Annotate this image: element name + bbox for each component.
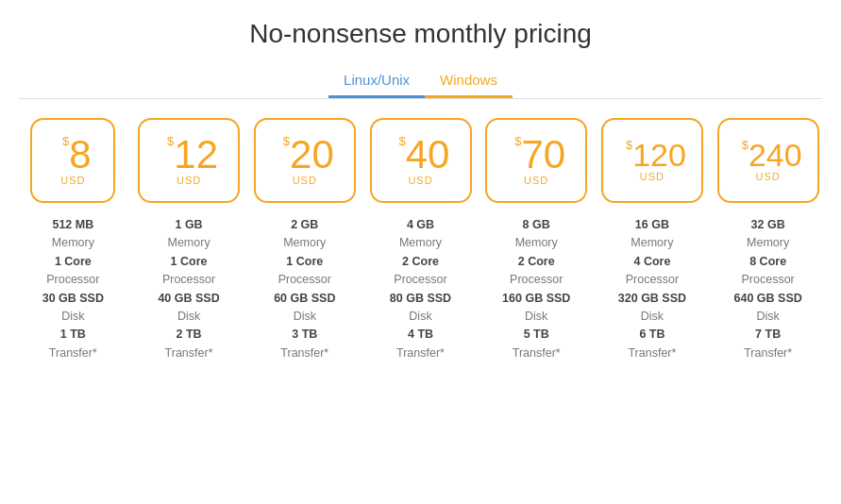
memory-amount-1: 1 GB <box>175 218 202 231</box>
core-label-0: Processor <box>46 273 99 286</box>
dollar-sign-4: $ <box>514 135 521 147</box>
transfer-label-4: Transfer* <box>513 346 561 360</box>
core-label-5: Processor <box>626 273 679 286</box>
plan-col-0: $ 8 USD 512 MB Memory 1 Core Processor 3… <box>19 118 127 362</box>
price-amount-2: 20 <box>290 135 334 175</box>
price-amount-3: 40 <box>406 135 450 175</box>
plan-details-3: 4 GB Memory 2 Core Processor 80 GB SSD D… <box>390 216 451 362</box>
currency-6: USD <box>756 171 781 182</box>
currency-1: USD <box>177 175 201 186</box>
disk-label-4: Disk <box>525 310 547 323</box>
currency-3: USD <box>408 175 432 186</box>
core-label-4: Processor <box>510 273 563 286</box>
core-amount-6: 8 Core <box>749 255 786 268</box>
price-amount-0: 8 <box>69 135 91 175</box>
price-amount-1: 12 <box>174 135 218 175</box>
price-amount-5: 120 <box>632 139 686 171</box>
transfer-amount-6: 7 TB <box>755 328 781 341</box>
currency-5: USD <box>640 171 664 182</box>
core-amount-4: 2 Core <box>518 255 555 268</box>
plan-col-3: $ 40 USD 4 GB Memory 2 Core Processor 80… <box>366 118 475 362</box>
price-box-5[interactable]: $ 120 USD <box>601 118 703 203</box>
core-label-2: Processor <box>278 273 331 286</box>
plan-details-0: 512 MB Memory 1 Core Processor 30 GB SSD… <box>42 216 104 362</box>
tabs-container: Linux/Unix Windows <box>19 64 822 98</box>
transfer-amount-3: 4 TB <box>408 328 433 341</box>
transfer-label-2: Transfer* <box>280 346 328 360</box>
transfer-amount-5: 6 TB <box>639 328 664 341</box>
memory-label-0: Memory <box>52 236 94 249</box>
core-amount-3: 2 Core <box>402 255 439 268</box>
disk-amount-4: 160 GB SSD <box>502 292 570 305</box>
price-box-0[interactable]: $ 8 USD <box>30 118 115 203</box>
dollar-sign-6: $ <box>742 139 748 151</box>
transfer-label-0: Transfer* <box>49 346 97 360</box>
memory-label-3: Memory <box>399 236 442 249</box>
plan-col-1: $ 12 USD 1 GB Memory 1 Core Processor 40… <box>135 118 244 362</box>
tab-divider <box>19 98 822 99</box>
plan-details-4: 8 GB Memory 2 Core Processor 160 GB SSD … <box>502 216 570 362</box>
disk-label-3: Disk <box>409 310 431 323</box>
plan-details-2: 2 GB Memory 1 Core Processor 60 GB SSD D… <box>274 216 335 362</box>
memory-label-2: Memory <box>283 236 326 249</box>
disk-amount-5: 320 GB SSD <box>618 292 686 305</box>
core-label-1: Processor <box>162 273 215 286</box>
transfer-amount-4: 5 TB <box>524 328 549 341</box>
core-label-6: Processor <box>742 273 795 286</box>
disk-amount-6: 640 GB SSD <box>734 292 802 305</box>
memory-amount-2: 2 GB <box>291 218 318 231</box>
page-container: No-nonsense monthly pricing Linux/Unix W… <box>0 0 841 391</box>
core-amount-1: 1 Core <box>171 255 208 268</box>
transfer-label-3: Transfer* <box>396 346 445 360</box>
currency-2: USD <box>293 175 317 186</box>
price-box-3[interactable]: $ 40 USD <box>370 118 472 203</box>
memory-amount-5: 16 GB <box>635 218 669 231</box>
memory-label-1: Memory <box>167 236 210 249</box>
transfer-amount-1: 2 TB <box>177 328 202 341</box>
tab-linux[interactable]: Linux/Unix <box>328 64 425 98</box>
currency-4: USD <box>524 175 548 186</box>
memory-amount-6: 32 GB <box>751 218 785 231</box>
dollar-sign-0: $ <box>62 135 69 147</box>
dollar-sign-5: $ <box>626 139 632 151</box>
price-amount-4: 70 <box>521 135 565 175</box>
plan-details-1: 1 GB Memory 1 Core Processor 40 GB SSD D… <box>158 216 219 362</box>
disk-label-5: Disk <box>641 310 664 323</box>
transfer-amount-2: 3 TB <box>292 328 317 341</box>
price-box-4[interactable]: $ 70 USD <box>485 118 587 203</box>
transfer-label-6: Transfer* <box>744 346 792 360</box>
disk-amount-2: 60 GB SSD <box>274 292 335 305</box>
dollar-sign-3: $ <box>399 135 406 147</box>
plan-details-5: 16 GB Memory 4 Core Processor 320 GB SSD… <box>618 216 686 362</box>
transfer-amount-0: 1 TB <box>60 328 86 341</box>
dollar-sign-2: $ <box>283 135 290 147</box>
tab-windows[interactable]: Windows <box>425 64 513 98</box>
disk-amount-1: 40 GB SSD <box>158 292 219 305</box>
plans-container: $ 8 USD 512 MB Memory 1 Core Processor 3… <box>19 118 822 362</box>
disk-label-1: Disk <box>177 310 200 323</box>
memory-label-6: Memory <box>747 236 789 249</box>
memory-amount-0: 512 MB <box>52 218 93 231</box>
transfer-label-1: Transfer* <box>165 346 213 360</box>
plan-col-6: $ 240 USD 32 GB Memory 8 Core Processor … <box>714 118 822 362</box>
disk-amount-0: 30 GB SSD <box>42 292 104 305</box>
price-amount-6: 240 <box>748 139 802 171</box>
disk-label-6: Disk <box>756 310 779 323</box>
price-box-2[interactable]: $ 20 USD <box>254 118 356 203</box>
price-box-1[interactable]: $ 12 USD <box>138 118 240 203</box>
memory-amount-4: 8 GB <box>523 218 550 231</box>
core-amount-5: 4 Core <box>633 255 670 268</box>
core-amount-0: 1 Core <box>55 255 92 268</box>
core-amount-2: 1 Core <box>286 255 323 268</box>
price-box-6[interactable]: $ 240 USD <box>717 118 819 203</box>
core-label-3: Processor <box>394 273 446 286</box>
plan-details-6: 32 GB Memory 8 Core Processor 640 GB SSD… <box>734 216 802 362</box>
plan-col-5: $ 120 USD 16 GB Memory 4 Core Processor … <box>598 118 707 362</box>
memory-label-4: Memory <box>515 236 558 249</box>
disk-label-0: Disk <box>61 310 84 323</box>
dollar-sign-1: $ <box>167 135 174 147</box>
currency-0: USD <box>60 175 85 186</box>
memory-amount-3: 4 GB <box>407 218 434 231</box>
transfer-label-5: Transfer* <box>628 346 676 360</box>
disk-amount-3: 80 GB SSD <box>390 292 451 305</box>
